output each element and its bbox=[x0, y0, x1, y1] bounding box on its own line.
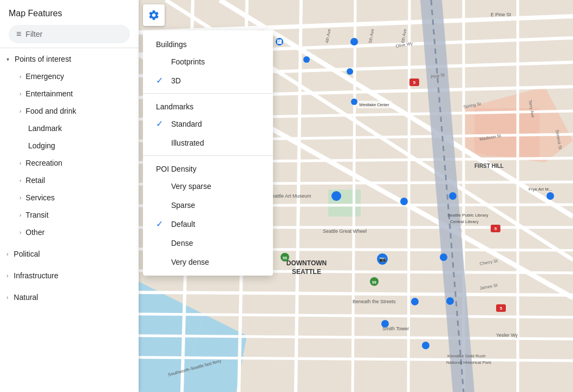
landmark-label: Landmark bbox=[28, 124, 62, 133]
density-very-dense[interactable]: ✓ Very dense bbox=[143, 252, 273, 271]
svg-text:5: 5 bbox=[413, 80, 416, 85]
sidebar-item-infrastructure[interactable]: › Infrastructure bbox=[0, 267, 139, 284]
emergency-arrow-icon: › bbox=[19, 74, 21, 80]
infrastructure-label: Infrastructure bbox=[14, 271, 58, 280]
poi-label: Points of interest bbox=[15, 55, 71, 63]
lodging-label: Lodging bbox=[28, 141, 55, 150]
sidebar-item-natural[interactable]: › Natural bbox=[0, 289, 139, 306]
transit-arrow-icon: › bbox=[19, 212, 21, 218]
svg-text:99: 99 bbox=[372, 280, 376, 284]
svg-point-60 bbox=[303, 56, 310, 63]
svg-text:Seattle Public Library: Seattle Public Library bbox=[447, 213, 489, 218]
sidebar-item-other[interactable]: › Other bbox=[0, 224, 139, 241]
sidebar-item-emergency[interactable]: › Emergency bbox=[0, 68, 139, 85]
svg-text:Seattle Great Wheel: Seattle Great Wheel bbox=[323, 228, 367, 234]
standard-label: Standard bbox=[171, 120, 202, 128]
recreation-arrow-icon: › bbox=[19, 160, 21, 166]
sidebar-header: Map Features ≡ Filter bbox=[0, 0, 139, 48]
density-sparse[interactable]: ✓ Sparse bbox=[143, 195, 273, 214]
svg-line-27 bbox=[408, 0, 409, 392]
svg-point-69 bbox=[381, 320, 389, 328]
sidebar-item-food-drink[interactable]: › Food and drink bbox=[0, 102, 139, 120]
svg-point-86 bbox=[546, 192, 554, 200]
footprints-option[interactable]: ✓ Footprints bbox=[143, 52, 273, 71]
threed-check-icon: ✓ bbox=[156, 75, 166, 86]
default-check-icon: ✓ bbox=[156, 219, 166, 229]
divider-1 bbox=[143, 93, 273, 94]
filter-icon: ≡ bbox=[16, 29, 21, 39]
svg-text:SEATTLE: SEATTLE bbox=[292, 268, 321, 276]
density-default[interactable]: ✓ Default bbox=[143, 214, 273, 233]
retail-arrow-icon: › bbox=[19, 178, 21, 184]
sidebar-item-political[interactable]: › Political bbox=[0, 245, 139, 263]
transit-label: Transit bbox=[25, 211, 48, 219]
entertainment-arrow-icon: › bbox=[19, 91, 21, 97]
very-dense-label: Very dense bbox=[171, 258, 209, 266]
svg-text:FIRST HILL: FIRST HILL bbox=[474, 163, 504, 169]
dropdown-menu: Buildings ✓ Footprints ✓ 3D Landmarks ✓ … bbox=[143, 30, 273, 276]
retail-label: Retail bbox=[25, 176, 45, 185]
nav-section-infrastructure: › Infrastructure bbox=[0, 265, 139, 286]
svg-point-68 bbox=[446, 297, 454, 305]
food-drink-arrow-icon: › bbox=[19, 108, 21, 114]
svg-text:Frye Art M...: Frye Art M... bbox=[529, 187, 552, 192]
svg-text:📷: 📷 bbox=[379, 256, 386, 263]
landmarks-section-label: Landmarks bbox=[143, 97, 273, 114]
default-label: Default bbox=[171, 220, 195, 228]
svg-point-63 bbox=[400, 198, 408, 205]
nav-section-political: › Political bbox=[0, 243, 139, 265]
very-sparse-label: Very sparse bbox=[171, 182, 211, 191]
sidebar-item-services[interactable]: › Services bbox=[0, 189, 139, 206]
svg-text:🅿: 🅿 bbox=[277, 40, 282, 44]
services-label: Services bbox=[25, 193, 55, 202]
sidebar-item-retail[interactable]: › Retail bbox=[0, 172, 139, 189]
illustrated-label: Illustrated bbox=[171, 139, 204, 147]
sidebar-item-recreation[interactable]: › Recreation bbox=[0, 154, 139, 172]
infrastructure-arrow-icon: › bbox=[6, 273, 8, 279]
svg-point-66 bbox=[440, 253, 447, 261]
svg-text:5: 5 bbox=[500, 306, 503, 311]
sidebar-item-lodging[interactable]: Lodging bbox=[0, 137, 139, 154]
nav-section-poi: ▾ Points of interest › Emergency › Enter… bbox=[0, 48, 139, 243]
map-wrapper: Buildings ✓ Footprints ✓ 3D Landmarks ✓ … bbox=[139, 0, 573, 392]
sidebar-item-landmark[interactable]: Landmark bbox=[0, 120, 139, 137]
svg-point-61 bbox=[347, 68, 353, 75]
recreation-label: Recreation bbox=[25, 159, 62, 167]
threed-option[interactable]: ✓ 3D bbox=[143, 71, 273, 90]
political-label: Political bbox=[14, 250, 40, 258]
standard-option[interactable]: ✓ Standard bbox=[143, 114, 273, 133]
sidebar-item-entertainment[interactable]: › Entertainment bbox=[0, 85, 139, 102]
density-very-sparse[interactable]: ✓ Very sparse bbox=[143, 177, 273, 195]
illustrated-option[interactable]: ✓ Illustrated bbox=[143, 133, 273, 152]
filter-bar[interactable]: ≡ Filter bbox=[9, 25, 130, 43]
dense-label: Dense bbox=[171, 239, 193, 247]
svg-point-67 bbox=[411, 298, 419, 305]
natural-arrow-icon: › bbox=[6, 295, 8, 300]
svg-rect-6 bbox=[474, 108, 539, 157]
sidebar-item-poi[interactable]: ▾ Points of interest bbox=[0, 50, 139, 68]
food-drink-label: Food and drink bbox=[25, 107, 76, 115]
svg-point-85 bbox=[351, 99, 357, 105]
services-arrow-icon: › bbox=[19, 195, 21, 201]
divider-2 bbox=[143, 155, 273, 156]
buildings-section-label: Buildings bbox=[143, 35, 273, 52]
sparse-label: Sparse bbox=[171, 201, 195, 210]
poi-arrow-icon: ▾ bbox=[6, 56, 9, 62]
svg-text:Westlake Center: Westlake Center bbox=[359, 102, 389, 107]
poi-density-section-label: POI Density bbox=[143, 159, 273, 177]
settings-button[interactable] bbox=[143, 4, 165, 26]
nav-section-natural: › Natural bbox=[0, 286, 139, 308]
emergency-label: Emergency bbox=[25, 72, 64, 81]
svg-point-59 bbox=[350, 38, 358, 45]
svg-text:5: 5 bbox=[494, 226, 497, 231]
natural-label: Natural bbox=[14, 293, 38, 302]
sidebar-item-transit[interactable]: › Transit bbox=[0, 206, 139, 224]
svg-text:E Pine St: E Pine St bbox=[491, 12, 511, 17]
filter-label: Filter bbox=[25, 30, 42, 38]
gear-icon bbox=[148, 9, 160, 21]
svg-text:Seattle Art Museum: Seattle Art Museum bbox=[269, 193, 311, 199]
svg-text:Klondike Gold Rush: Klondike Gold Rush bbox=[447, 354, 486, 358]
svg-text:Central Library: Central Library bbox=[450, 219, 478, 224]
density-dense[interactable]: ✓ Dense bbox=[143, 233, 273, 252]
svg-text:99: 99 bbox=[283, 256, 287, 260]
